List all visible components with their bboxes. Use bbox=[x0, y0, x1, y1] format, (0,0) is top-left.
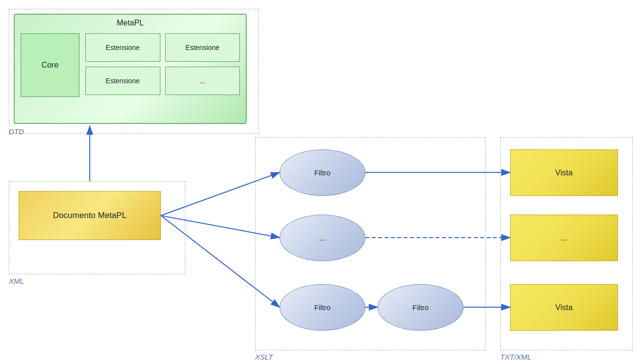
filtro-4-label: Filtro bbox=[412, 303, 429, 312]
filtro-ellipse-4: Filtro bbox=[378, 284, 463, 331]
vista-2-label: ... bbox=[561, 234, 567, 243]
est-box-2: Estensione bbox=[165, 33, 240, 62]
diagram: DTD MetaPL Core Estensione Estensione Es… bbox=[0, 0, 642, 364]
metapl-title: MetaPL bbox=[15, 15, 246, 30]
metapl-box: MetaPL Core Estensione Estensione Estens… bbox=[14, 14, 247, 124]
core-box: Core bbox=[21, 33, 79, 97]
estensione-grid: Estensione Estensione Estensione ... bbox=[85, 33, 240, 95]
vista-box-1: Vista bbox=[510, 149, 618, 196]
vista-box-2: ... bbox=[510, 215, 618, 261]
dtd-label: DTD bbox=[9, 127, 24, 136]
txtxml-label: TXT/XML bbox=[500, 353, 531, 361]
metapl-inner: Core Estensione Estensione Estensione ..… bbox=[15, 30, 246, 100]
filtro-3-label: Filtro bbox=[314, 303, 331, 312]
filtro-1-label: Filtro bbox=[314, 169, 331, 177]
xslt-label: XSLT bbox=[255, 353, 273, 361]
core-label: Core bbox=[42, 61, 59, 70]
vista-box-3: Vista bbox=[510, 284, 618, 331]
est-box-1: Estensione bbox=[85, 33, 160, 62]
documento-box: Documento MetaPL bbox=[19, 191, 161, 240]
filtro-ellipse-1: Filtro bbox=[280, 149, 365, 196]
vista-3-label: Vista bbox=[555, 303, 572, 312]
est-box-4: ... bbox=[165, 67, 240, 95]
filtro-2-label: ... bbox=[319, 234, 326, 242]
xml-label: XML bbox=[9, 277, 24, 285]
documento-label: Documento MetaPL bbox=[53, 211, 127, 220]
filtro-ellipse-2: ... bbox=[280, 215, 365, 261]
filtro-ellipse-3: Filtro bbox=[280, 284, 365, 331]
vista-1-label: Vista bbox=[555, 169, 572, 177]
est-box-3: Estensione bbox=[85, 67, 160, 95]
